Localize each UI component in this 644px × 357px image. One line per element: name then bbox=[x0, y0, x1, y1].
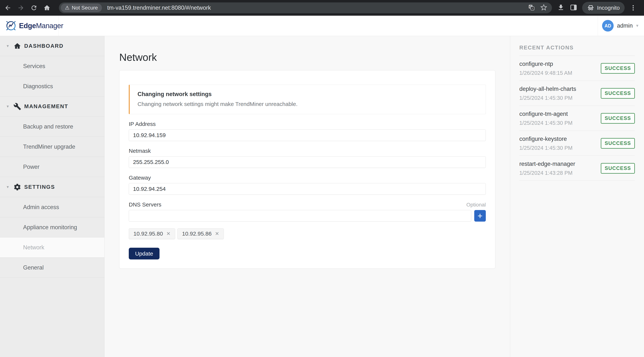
sidebar-item-label: Network bbox=[23, 244, 44, 251]
status-badge: SUCCESS bbox=[601, 138, 635, 149]
network-settings-card: Changing network settings Changing netwo… bbox=[119, 70, 495, 269]
action-timestamp: 1/25/2024 1:45:30 PM bbox=[519, 95, 576, 101]
warning-callout-title: Changing network settings bbox=[138, 91, 478, 98]
chevron-down-icon: ▼ bbox=[6, 105, 10, 109]
forward-icon bbox=[17, 4, 24, 11]
avatar: AD bbox=[602, 20, 614, 32]
gateway-input[interactable] bbox=[129, 183, 486, 195]
forward-button[interactable] bbox=[16, 3, 26, 13]
url-bar[interactable]: ⚠ Not Secure tm-va159.trendminer.net:808… bbox=[59, 3, 552, 13]
bookmark-star-icon[interactable] bbox=[540, 4, 547, 12]
sidebar-item-appliance-monitoring[interactable]: Appliance monitoring bbox=[0, 217, 104, 237]
dns-chip-value: 10.92.95.80 bbox=[134, 231, 163, 237]
action-item: deploy-all-helm-charts 1/25/2024 1:45:30… bbox=[519, 81, 635, 106]
sidebar-item-diagnostics[interactable]: Diagnostics bbox=[0, 76, 104, 96]
warning-callout: Changing network settings Changing netwo… bbox=[129, 85, 486, 114]
optional-hint: Optional bbox=[466, 202, 486, 208]
sidebar-item-label: TrendMiner upgrade bbox=[23, 143, 75, 150]
gateway-label: Gateway bbox=[129, 175, 486, 181]
ip-address-input[interactable] bbox=[129, 129, 486, 141]
browser-toolbar: ⚠ Not Secure tm-va159.trendminer.net:808… bbox=[0, 0, 644, 16]
chevron-down-icon: ▼ bbox=[635, 24, 639, 28]
sidebar-section-dashboard[interactable]: ▼ DASHBOARD bbox=[0, 36, 104, 56]
back-button[interactable] bbox=[2, 3, 13, 13]
home-button[interactable] bbox=[42, 3, 52, 13]
browser-menu-button[interactable] bbox=[628, 3, 638, 13]
action-timestamp: 1/25/2024 1:45:30 PM bbox=[519, 120, 572, 126]
main-content: Network Changing network settings Changi… bbox=[105, 36, 510, 357]
netmask-label: Netmask bbox=[129, 148, 486, 154]
update-button[interactable]: Update bbox=[129, 248, 160, 259]
status-badge: SUCCESS bbox=[601, 163, 635, 174]
home-icon bbox=[13, 42, 22, 50]
dns-chips: 10.92.95.80 ✕ 10.92.95.86 ✕ bbox=[129, 228, 486, 239]
sidebar-item-backup-and-restore[interactable]: Backup and restore bbox=[0, 117, 104, 137]
side-panel-icon[interactable] bbox=[570, 4, 577, 12]
close-icon[interactable]: ✕ bbox=[215, 231, 219, 237]
sidebar-item-services[interactable]: Services bbox=[0, 56, 104, 76]
browser-home-icon bbox=[44, 4, 50, 11]
action-item: configure-keystore 1/25/2024 1:45:30 PM … bbox=[519, 131, 635, 156]
brand-name: EdgeManager bbox=[19, 22, 63, 30]
dns-server-input[interactable] bbox=[129, 210, 471, 222]
status-badge: SUCCESS bbox=[601, 88, 635, 99]
translate-icon[interactable]: GA bbox=[528, 4, 535, 12]
dns-chip: 10.92.95.86 ✕ bbox=[178, 228, 224, 239]
action-name: configure-tm-agent bbox=[519, 111, 572, 117]
sidebar-section-management[interactable]: ▼ MANAGEMENT bbox=[0, 96, 104, 117]
action-name: restart-edge-manager bbox=[519, 161, 575, 167]
not-secure-chip[interactable]: ⚠ Not Secure bbox=[61, 4, 102, 12]
sidebar-item-network[interactable]: Network bbox=[0, 237, 104, 258]
page-title: Network bbox=[119, 51, 510, 63]
action-item: restart-edge-manager 1/25/2024 1:43:28 P… bbox=[519, 156, 635, 181]
dns-chip-value: 10.92.95.86 bbox=[182, 231, 212, 237]
sidebar-section-settings[interactable]: ▼ SETTINGS bbox=[0, 177, 104, 197]
sidebar-item-power[interactable]: Power bbox=[0, 157, 104, 177]
action-timestamp: 1/25/2024 1:43:28 PM bbox=[519, 170, 575, 176]
download-icon[interactable] bbox=[557, 4, 564, 12]
status-badge: SUCCESS bbox=[601, 113, 635, 124]
username: admin bbox=[617, 22, 633, 29]
action-name: deploy-all-helm-charts bbox=[519, 86, 576, 92]
sidebar-item-label: Services bbox=[23, 63, 45, 70]
warning-callout-message: Changing network settings might make Tre… bbox=[138, 101, 478, 107]
action-item: configure-ntp 1/26/2024 9:48:15 AM SUCCE… bbox=[519, 56, 635, 81]
action-timestamp: 1/25/2024 1:45:30 PM bbox=[519, 145, 572, 151]
sidebar-item-label: Power bbox=[23, 164, 40, 170]
ip-address-label: IP Address bbox=[129, 121, 486, 127]
dns-servers-label: DNS Servers bbox=[129, 201, 161, 208]
sidebar-item-trendminer-upgrade[interactable]: TrendMiner upgrade bbox=[0, 137, 104, 157]
close-icon[interactable]: ✕ bbox=[166, 231, 170, 237]
sidebar-nav: ▼ DASHBOARD Services Diagnostics ▼ MANAG… bbox=[0, 36, 104, 357]
status-badge: SUCCESS bbox=[601, 63, 635, 74]
url-text: tm-va159.trendminer.net:8080/#/network bbox=[107, 5, 211, 11]
incognito-badge[interactable]: Incognito bbox=[582, 2, 624, 14]
user-menu[interactable]: AD admin ▼ bbox=[598, 16, 644, 36]
netmask-input[interactable] bbox=[129, 156, 486, 168]
chevron-down-icon: ▼ bbox=[6, 44, 10, 48]
add-dns-server-button[interactable]: + bbox=[474, 210, 486, 222]
kebab-menu-icon bbox=[630, 4, 637, 11]
recent-actions-panel: RECENT ACTIONS configure-ntp 1/26/2024 9… bbox=[510, 36, 644, 357]
sidebar-item-general[interactable]: General bbox=[0, 258, 104, 278]
sidebar-section-label: DASHBOARD bbox=[24, 43, 64, 49]
brand-logo[interactable]: EdgeManager bbox=[0, 16, 59, 36]
svg-text:A: A bbox=[532, 7, 533, 10]
action-timestamp: 1/26/2024 9:48:15 AM bbox=[519, 70, 572, 76]
sidebar-section-label: MANAGEMENT bbox=[24, 103, 68, 110]
chevron-down-icon: ▼ bbox=[6, 185, 10, 189]
sidebar-item-label: Appliance monitoring bbox=[23, 224, 77, 231]
app-header: EdgeManager AD admin ▼ bbox=[0, 16, 644, 36]
reload-button[interactable] bbox=[29, 3, 39, 13]
sidebar-item-label: Backup and restore bbox=[23, 123, 73, 130]
reload-icon bbox=[30, 4, 38, 11]
back-icon bbox=[4, 4, 11, 11]
action-name: configure-keystore bbox=[519, 136, 572, 142]
sidebar-item-admin-access[interactable]: Admin access bbox=[0, 197, 104, 217]
wrench-icon bbox=[13, 103, 22, 110]
incognito-label: Incognito bbox=[597, 5, 620, 11]
sidebar-item-label: Admin access bbox=[23, 204, 59, 211]
edgemanager-logo-icon bbox=[5, 20, 17, 32]
recent-actions-title: RECENT ACTIONS bbox=[519, 45, 635, 51]
incognito-icon bbox=[587, 4, 594, 12]
